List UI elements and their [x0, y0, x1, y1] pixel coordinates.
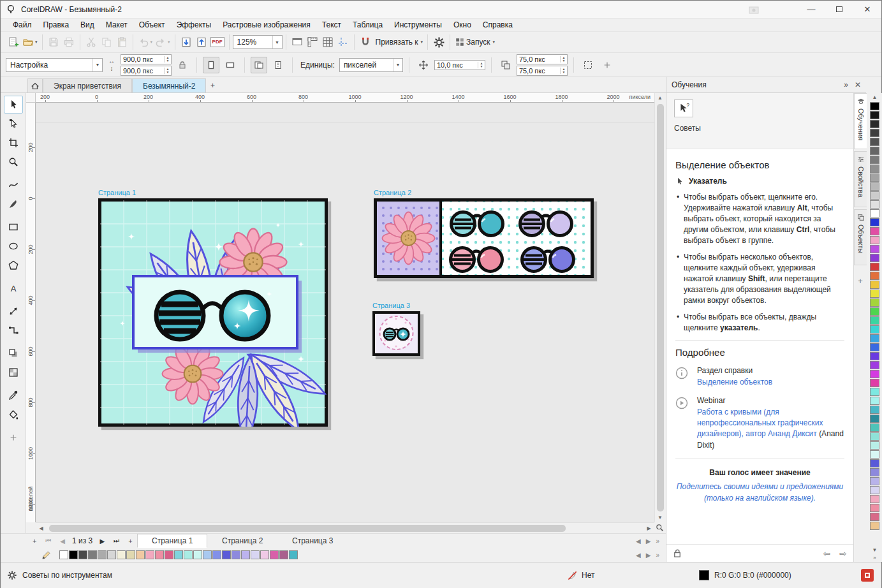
palette-swatch[interactable] [165, 550, 173, 559]
more-tools-button[interactable] [4, 429, 23, 446]
palette-swatch[interactable] [870, 227, 879, 235]
palette-swatch[interactable] [870, 370, 879, 378]
show-rulers-button[interactable] [305, 34, 320, 50]
launcher-button[interactable]: Запуск▾ [453, 34, 496, 50]
lock-icon[interactable] [673, 548, 682, 558]
first-page-icon[interactable]: ⏮ [41, 534, 55, 547]
chevron-down-icon[interactable]: ▼ [272, 36, 282, 48]
palette-swatch[interactable] [870, 254, 879, 262]
palette-swatch[interactable] [870, 111, 879, 119]
palette-swatch[interactable] [870, 129, 879, 137]
palette-swatch[interactable] [78, 550, 87, 559]
interactive-fill-tool[interactable] [4, 406, 23, 423]
crop-tool[interactable] [4, 134, 23, 152]
new-document-button[interactable] [6, 34, 21, 50]
drawing-canvas[interactable]: Страница 1 [36, 103, 654, 522]
portrait-orientation-button[interactable] [203, 57, 219, 73]
horizontal-ruler[interactable]: 2000200400600800100012001400160018002000… [36, 93, 654, 103]
menu-item[interactable]: Вид [75, 19, 100, 31]
palette-swatch[interactable] [870, 147, 879, 155]
scroll-right-icon[interactable]: ▶ [643, 524, 654, 533]
palette-swatch[interactable] [870, 397, 879, 405]
back-arrow-icon[interactable]: ⇦ [823, 548, 831, 559]
eyedropper-tool[interactable] [4, 386, 23, 404]
docker-tab-properties[interactable]: Свойства [854, 151, 867, 207]
palette-swatch[interactable] [870, 307, 879, 316]
capture-icon[interactable] [749, 5, 759, 14]
palette-swatch[interactable] [870, 182, 879, 191]
vertical-ruler[interactable]: 200020040060080010001200 пикселей [26, 103, 36, 522]
add-docker-button[interactable]: + [858, 276, 863, 286]
show-guidelines-button[interactable] [335, 34, 351, 50]
drop-shadow-tool[interactable] [4, 344, 23, 362]
spinner[interactable]: ▲▼ [478, 62, 485, 68]
palette-swatch[interactable] [155, 550, 164, 559]
import-button[interactable] [179, 34, 194, 50]
spinner[interactable]: ▲▼ [560, 56, 567, 62]
palette-swatch[interactable] [870, 298, 879, 307]
palette-swatch[interactable] [241, 550, 250, 559]
palette-swatch[interactable] [870, 459, 879, 467]
shape-tool[interactable] [4, 115, 23, 133]
horizontal-scrollbar[interactable]: ◀ ▶ [36, 522, 654, 533]
scroll-down-icon[interactable]: ▼ [655, 513, 666, 522]
page-height-field[interactable]: 900,0 пкс▲▼ [121, 66, 172, 76]
palette-swatch[interactable] [145, 550, 154, 559]
menu-item[interactable]: Правка [38, 19, 75, 31]
palette-swatch[interactable] [870, 441, 879, 450]
palette-swatch[interactable] [870, 522, 879, 530]
close-docker-icon[interactable]: ✕ [855, 80, 861, 89]
palette-expand-icon[interactable]: » [656, 552, 659, 559]
tabs-scroll-right-icon[interactable]: ▶ [646, 538, 651, 545]
palette-swatch[interactable] [107, 550, 116, 559]
palette-swatch[interactable] [59, 550, 68, 559]
copy-icon[interactable] [99, 34, 114, 50]
palette-swatch[interactable] [870, 191, 879, 200]
pick-tool[interactable] [4, 96, 23, 114]
palette-swatch[interactable] [870, 209, 879, 217]
current-page-button[interactable] [270, 57, 286, 73]
palette-swatch[interactable] [870, 263, 879, 271]
page-width-field[interactable]: 900,0 пкс▲▼ [121, 54, 172, 64]
add-property-icon[interactable] [599, 57, 615, 73]
palette-swatch[interactable] [870, 316, 879, 325]
palette-swatch[interactable] [69, 550, 78, 559]
palette-swatch[interactable] [870, 290, 879, 298]
palette-swatch[interactable] [870, 495, 879, 503]
units-combo[interactable]: пикселей▼ [339, 58, 403, 72]
artistic-media-tool[interactable] [4, 195, 23, 213]
palette-swatch[interactable] [870, 272, 879, 280]
palette-swatch[interactable] [870, 468, 879, 476]
cut-icon[interactable] [84, 34, 99, 50]
palette-swatch[interactable] [184, 550, 193, 559]
palette-swatch[interactable] [870, 432, 879, 441]
duplicate-x-field[interactable]: 75,0 пкс▲▼ [517, 54, 568, 64]
docker-tab-tutorials[interactable]: Обучения [854, 93, 867, 149]
scroll-up-icon[interactable]: ▲ [655, 93, 666, 103]
menu-item[interactable]: Окно [448, 19, 477, 31]
tabs-overflow-icon[interactable]: » [656, 538, 659, 545]
palette-swatch[interactable] [870, 486, 879, 494]
all-pages-button[interactable] [251, 57, 267, 73]
palette-swatch[interactable] [174, 550, 183, 559]
palette-swatch[interactable] [870, 325, 879, 334]
minimize-button[interactable]: — [797, 1, 825, 18]
palette-swatch[interactable] [870, 343, 879, 351]
zoom-tool[interactable] [4, 153, 23, 171]
palette-swatch[interactable] [136, 550, 145, 559]
palette-swatch[interactable] [870, 102, 879, 110]
palette-swatch[interactable] [870, 165, 879, 173]
palette-swatch[interactable] [279, 550, 288, 559]
ellipse-tool[interactable] [4, 237, 23, 255]
publish-pdf-button[interactable]: PDF [209, 34, 226, 50]
palette-swatch[interactable] [870, 477, 879, 485]
transparency-tool[interactable] [4, 364, 23, 381]
tab-welcome-screen[interactable]: Экран приветствия [43, 78, 132, 92]
save-button[interactable] [46, 34, 61, 50]
redo-button[interactable]: ▾ [154, 34, 172, 50]
add-page-after-button[interactable]: ＋ [123, 534, 137, 547]
palette-swatch[interactable] [289, 550, 298, 559]
help-link[interactable]: Выделение объектов [697, 378, 772, 386]
fill-color-swatch[interactable] [699, 570, 709, 580]
spinner[interactable]: ▲▼ [164, 56, 171, 62]
